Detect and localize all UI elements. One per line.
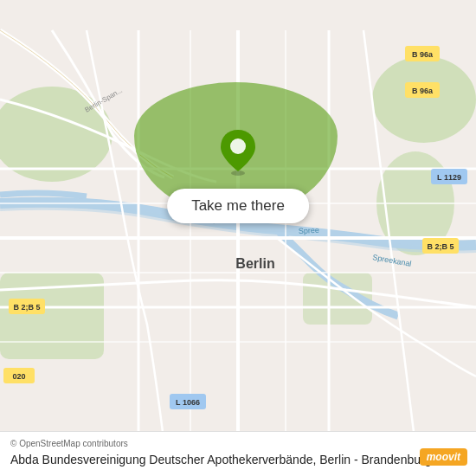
map-background: B 96a B 96a L 1129 B 2;B 5 B 2;B 5 020 L… xyxy=(0,0,476,476)
svg-text:B 96a: B 96a xyxy=(412,50,434,59)
svg-text:Spree: Spree xyxy=(299,226,320,235)
svg-text:020: 020 xyxy=(12,372,25,381)
svg-text:L 1129: L 1129 xyxy=(437,173,461,182)
map-container: B 96a B 96a L 1129 B 2;B 5 B 2;B 5 020 L… xyxy=(0,0,476,476)
location-pin xyxy=(219,128,257,179)
svg-text:B 2;B 5: B 2;B 5 xyxy=(427,242,453,251)
take-me-there-button[interactable]: Take me there xyxy=(167,189,309,223)
bottom-panel: © OpenStreetMap contributors Abda Bundes… xyxy=(0,431,476,476)
svg-point-2 xyxy=(372,56,476,143)
map-attribution: © OpenStreetMap contributors xyxy=(10,439,466,448)
moovit-logo: moovit xyxy=(420,448,467,466)
svg-text:Berlin: Berlin xyxy=(235,256,274,271)
svg-point-37 xyxy=(230,138,246,154)
svg-text:L 1066: L 1066 xyxy=(176,398,200,407)
svg-text:B 2;B 5: B 2;B 5 xyxy=(13,303,40,312)
place-name: Abda Bundesvereinigung Deutscher Apothek… xyxy=(10,452,466,467)
svg-text:B 96a: B 96a xyxy=(412,87,434,95)
